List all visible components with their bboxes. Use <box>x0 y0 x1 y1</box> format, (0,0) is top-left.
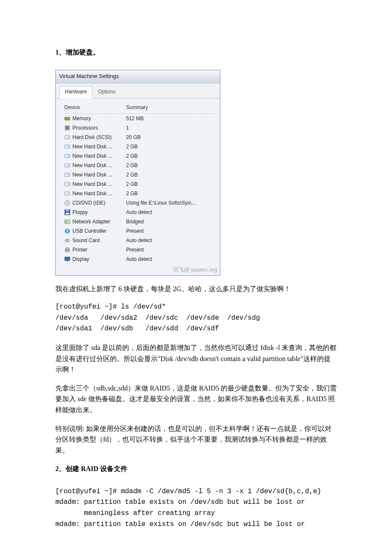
device-row[interactable]: USB ControllerPresent <box>64 226 216 236</box>
device-label: Floppy <box>72 208 88 217</box>
device-cell: New Hard Disk ... <box>64 152 126 160</box>
device-row[interactable]: Sound CardAuto detect <box>64 236 216 245</box>
device-label: Display <box>72 255 89 263</box>
device-row[interactable]: New Hard Disk ...2 GB <box>64 142 216 151</box>
hdd-icon <box>64 181 70 187</box>
paragraph-3: 先拿出三个（sdb,sdc,sdd）来做 RAID5，这是做 RAID5 的最少… <box>55 383 337 416</box>
summary-cell: 2 GB <box>126 189 216 198</box>
device-label: New Hard Disk ... <box>72 142 112 151</box>
device-cell: Network Adapter <box>64 217 126 226</box>
tab-options[interactable]: Options <box>92 86 121 98</box>
device-row[interactable]: PrinterPresent <box>64 245 216 254</box>
section-1-heading: 1、增加硬盘。 <box>55 47 337 58</box>
code-block-mdadm: [root@yufei ~]# mdadm -C /dev/md5 -l 5 -… <box>55 486 337 530</box>
vm-device-list: Memory512 MBProcessors1Hard Disk (SCSI)2… <box>64 114 216 264</box>
device-row[interactable]: Network AdapterBridged <box>64 217 216 226</box>
device-label: Processors <box>72 124 98 132</box>
device-cell: New Hard Disk ... <box>64 171 126 179</box>
device-label: New Hard Disk ... <box>72 180 112 188</box>
hdd-icon <box>64 172 70 178</box>
device-row[interactable]: Memory512 MB <box>64 114 216 123</box>
printer-icon <box>64 247 70 253</box>
watermark: 羽飞@ opsers.org <box>56 266 220 275</box>
vm-list-header: Device Summary <box>64 103 216 114</box>
summary-cell: Using file E:\Linux Softs\Sys\... <box>126 199 216 207</box>
summary-cell: 512 MB <box>126 114 216 123</box>
header-summary: Summary <box>126 104 216 112</box>
device-cell: Printer <box>64 246 126 254</box>
device-row[interactable]: New Hard Disk ...2 GB <box>64 179 216 189</box>
summary-cell: 2 GB <box>126 152 216 160</box>
device-row[interactable]: New Hard Disk ...2 GB <box>64 170 216 179</box>
document-page: 1、增加硬盘。 Virtual Machine Settings Hardwar… <box>0 0 392 555</box>
device-row[interactable]: DisplayAuto detect <box>64 254 216 264</box>
summary-cell: 2 GB <box>126 171 216 179</box>
summary-cell: 2 GB <box>126 161 216 170</box>
display-icon <box>64 256 70 262</box>
device-label: Sound Card <box>72 236 100 245</box>
paragraph-2: 这里面除了 sda 是以前的，后面的都是新增加了，当然你也可以通过 fdisk … <box>55 342 337 375</box>
cpu-icon <box>64 125 70 131</box>
device-cell: Floppy <box>64 208 126 217</box>
sound-icon <box>64 237 70 243</box>
device-row[interactable]: New Hard Disk ...2 GB <box>64 151 216 161</box>
summary-cell: 20 GB <box>126 133 216 142</box>
device-label: New Hard Disk ... <box>72 152 112 160</box>
device-label: New Hard Disk ... <box>72 189 112 198</box>
cd-icon <box>64 200 70 206</box>
paragraph-1: 我在虚拟机上新增了 6 块硬盘，每块是 2G。哈哈，这么多只是为了做实验啊！ <box>55 283 337 295</box>
summary-cell: 2 GB <box>126 180 216 188</box>
device-cell: Memory <box>64 114 126 123</box>
device-cell: Hard Disk (SCSI) <box>64 133 126 142</box>
memory-icon <box>64 116 70 121</box>
summary-cell: 1 <box>126 124 216 132</box>
device-label: New Hard Disk ... <box>72 161 112 170</box>
hdd-icon <box>64 144 70 150</box>
hdd-icon <box>64 134 70 140</box>
summary-cell: Present <box>126 227 216 235</box>
hdd-icon <box>64 162 70 168</box>
device-label: CD/DVD (IDE) <box>72 199 105 207</box>
device-row[interactable]: Hard Disk (SCSI)20 GB <box>64 133 216 142</box>
vm-settings-dialog: Virtual Machine Settings Hardware Option… <box>55 70 220 276</box>
summary-cell: 2 GB <box>126 142 216 151</box>
device-cell: Sound Card <box>64 236 126 245</box>
device-row[interactable]: New Hard Disk ...2 GB <box>64 161 216 170</box>
vm-body: Device Summary Memory512 MBProcessors1Ha… <box>56 98 220 266</box>
device-label: New Hard Disk ... <box>72 171 112 179</box>
device-cell: CD/DVD (IDE) <box>64 199 126 207</box>
device-row[interactable]: New Hard Disk ...2 GB <box>64 189 216 198</box>
device-cell: Display <box>64 255 126 263</box>
device-label: Hard Disk (SCSI) <box>72 133 112 142</box>
summary-cell: Present <box>126 246 216 254</box>
summary-cell: Auto detect <box>126 255 216 263</box>
paragraph-4: 特别说明: 如果使用分区来创建的话，也是可以的，但不太科学啊！还有一点就是，你可… <box>55 423 337 456</box>
summary-cell: Auto detect <box>126 236 216 245</box>
device-cell: Processors <box>64 124 126 132</box>
device-row[interactable]: CD/DVD (IDE)Using file E:\Linux Softs\Sy… <box>64 198 216 208</box>
device-cell: New Hard Disk ... <box>64 180 126 188</box>
summary-cell: Bridged <box>126 217 216 226</box>
header-device: Device <box>64 104 126 112</box>
device-row[interactable]: FloppyAuto detect <box>64 208 216 217</box>
device-cell: USB Controller <box>64 227 126 235</box>
hdd-icon <box>64 153 70 159</box>
device-cell: New Hard Disk ... <box>64 161 126 170</box>
device-label: Memory <box>72 114 91 123</box>
device-row[interactable]: Processors1 <box>64 123 216 133</box>
vm-tabs: Hardware Options <box>56 84 220 98</box>
device-label: USB Controller <box>72 227 107 235</box>
code-block-ls: [root@yufei ~]# ls /dev/sd* /dev/sda /de… <box>55 302 337 335</box>
device-label: Network Adapter <box>72 217 110 226</box>
floppy-icon <box>64 209 70 215</box>
vm-window-title: Virtual Machine Settings <box>56 70 220 84</box>
device-cell: New Hard Disk ... <box>64 142 126 151</box>
section-2-heading: 2、创建 RAID 设备文件 <box>55 463 337 474</box>
hdd-icon <box>64 191 70 197</box>
nic-icon <box>64 219 70 225</box>
summary-cell: Auto detect <box>126 208 216 217</box>
tab-hardware[interactable]: Hardware <box>59 86 92 98</box>
device-label: Printer <box>72 246 87 254</box>
usb-icon <box>64 228 70 234</box>
device-cell: New Hard Disk ... <box>64 189 126 198</box>
